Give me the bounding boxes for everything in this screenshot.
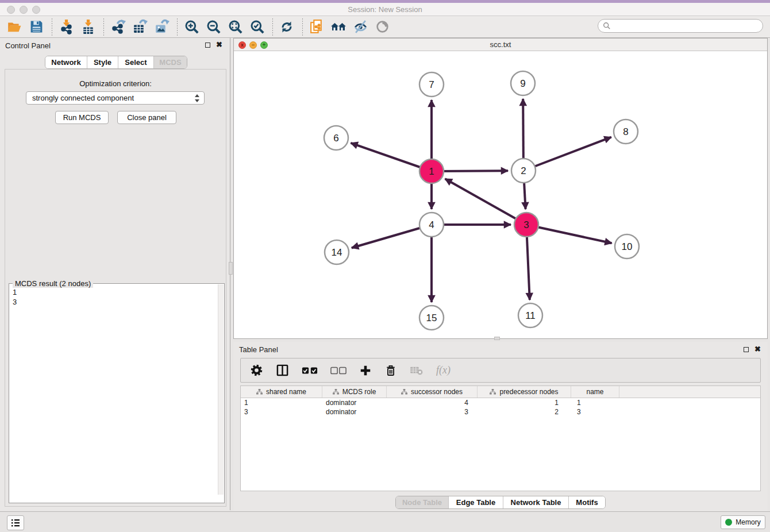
graph-node-label-8: 8 xyxy=(623,126,628,137)
delete-trash-icon[interactable] xyxy=(384,364,397,377)
graph-edge-2-8[interactable] xyxy=(523,137,611,171)
result-scrollbar[interactable] xyxy=(218,284,224,495)
criterion-select[interactable]: strongly connected component xyxy=(26,91,205,105)
main-toolbar xyxy=(0,16,770,38)
column-header-name[interactable]: name xyxy=(571,386,619,398)
open-file-icon[interactable] xyxy=(6,18,23,36)
table-header: shared name MCDS role successor nodes pr… xyxy=(241,386,760,398)
graph-node-label-11: 11 xyxy=(525,310,536,321)
graph-edge-1-6[interactable] xyxy=(351,143,432,171)
control-panel: Control Panel ✖ Network Style Select MCD… xyxy=(0,38,230,510)
tab-network[interactable]: Network xyxy=(45,56,87,68)
float-panel-icon[interactable] xyxy=(205,43,210,48)
task-history-button[interactable] xyxy=(7,515,24,530)
sort-hierarchy-icon xyxy=(333,389,339,395)
status-bar: Memory xyxy=(0,511,770,532)
export-image-icon[interactable] xyxy=(153,18,170,36)
table-row[interactable]: 1 dominator 4 1 1 xyxy=(241,398,760,407)
cell-shared-name: 3 xyxy=(241,408,322,416)
graph-edge-3-10[interactable] xyxy=(526,225,612,243)
toolbar-separator xyxy=(302,18,303,36)
tab-node-table[interactable]: Node Table xyxy=(396,496,449,508)
toolbar-separator xyxy=(52,18,52,36)
column-header-shared-name[interactable]: shared name xyxy=(241,386,322,398)
search-input[interactable] xyxy=(614,22,763,30)
graph-edge-3-1[interactable] xyxy=(445,179,526,225)
table-panel: Table Panel ✖ f(x) xyxy=(233,342,768,511)
deselect-all-icon[interactable] xyxy=(330,367,346,375)
tab-motifs[interactable]: Motifs xyxy=(569,496,605,508)
table-tabs: Node Table Edge Table Network Table Moti… xyxy=(395,496,606,509)
splitter-handle[interactable] xyxy=(494,337,500,340)
import-network-icon[interactable] xyxy=(57,18,75,36)
table-row[interactable]: 3 dominator 3 2 3 xyxy=(241,407,760,417)
show-eye-icon[interactable] xyxy=(374,18,391,36)
network-window-titlebar: x − + scc.txt xyxy=(234,38,767,51)
export-network-icon[interactable] xyxy=(109,18,126,36)
cell-shared-name: 1 xyxy=(241,399,322,407)
close-panel-button[interactable]: Close panel xyxy=(117,111,176,124)
tab-mcds[interactable]: MCDS xyxy=(154,56,187,68)
table-panel-title: Table Panel xyxy=(239,345,278,354)
network-view-window: x − + scc.txt 1234678910111415 xyxy=(233,38,768,339)
control-panel-title: Control Panel xyxy=(5,41,51,50)
zoom-selected-icon[interactable] xyxy=(248,18,265,36)
app-window: Session: New Session xyxy=(0,0,770,532)
cell-name: 1 xyxy=(571,399,619,407)
graph-node-label-4: 4 xyxy=(429,219,434,230)
export-table-icon[interactable] xyxy=(131,18,148,36)
cell-predecessor-nodes: 1 xyxy=(478,399,571,407)
table-settings-gear-icon[interactable] xyxy=(250,364,263,377)
add-row-plus-icon[interactable] xyxy=(359,364,372,377)
network-canvas[interactable]: 1234678910111415 xyxy=(234,51,767,338)
home-neighbors-icon[interactable] xyxy=(330,18,347,36)
save-session-icon[interactable] xyxy=(28,18,45,36)
splitter-handle[interactable] xyxy=(229,262,233,275)
graph-node-label-15: 15 xyxy=(426,313,437,323)
graph-node-label-3: 3 xyxy=(523,219,529,230)
sort-hierarchy-icon xyxy=(401,389,407,395)
close-panel-icon[interactable]: ✖ xyxy=(216,41,222,49)
window-title: Session: New Session xyxy=(0,5,770,14)
tab-style[interactable]: Style xyxy=(87,56,118,68)
tab-network-table[interactable]: Network Table xyxy=(503,496,569,508)
mcds-panel-content: Optimization criterion: strongly connect… xyxy=(5,69,226,507)
cell-mcds-role: dominator xyxy=(322,408,387,416)
tab-edge-table[interactable]: Edge Table xyxy=(449,496,503,508)
table-toolbar: f(x) xyxy=(240,358,761,383)
column-label: name xyxy=(586,388,603,396)
cell-name: 3 xyxy=(571,408,619,416)
select-spinner-icon xyxy=(195,94,200,103)
column-header-mcds-role[interactable]: MCDS role xyxy=(322,386,387,398)
memory-label: Memory xyxy=(736,518,760,526)
mcds-result-text: 1 3 xyxy=(13,287,17,307)
control-panel-tabs: Network Style Select MCDS xyxy=(45,56,187,69)
tab-select[interactable]: Select xyxy=(118,56,154,68)
zoom-in-icon[interactable] xyxy=(183,18,200,36)
optimization-criterion-label: Optimization criterion: xyxy=(5,79,226,88)
cell-successor-nodes: 3 xyxy=(387,408,478,416)
column-header-successor-nodes[interactable]: successor nodes xyxy=(387,386,478,398)
run-mcds-button[interactable]: Run MCDS xyxy=(55,111,109,124)
refresh-icon[interactable] xyxy=(278,18,295,36)
graph-node-label-6: 6 xyxy=(333,133,338,144)
clone-network-icon[interactable] xyxy=(308,18,325,36)
column-label: successor nodes xyxy=(411,388,463,396)
search-icon xyxy=(603,22,611,30)
memory-button[interactable]: Memory xyxy=(721,515,765,529)
import-table-icon[interactable] xyxy=(79,18,97,36)
toolbar-separator xyxy=(103,18,104,36)
column-header-predecessor-nodes[interactable]: predecessor nodes xyxy=(478,386,571,398)
close-table-panel-icon[interactable]: ✖ xyxy=(754,345,761,353)
network-view-title: scc.txt xyxy=(234,40,767,49)
show-columns-icon[interactable] xyxy=(276,364,289,377)
graph-node-label-7: 7 xyxy=(429,79,434,90)
graph-node-label-14: 14 xyxy=(332,247,342,258)
function-builder-icon: f(x) xyxy=(436,364,451,376)
zoom-out-icon[interactable] xyxy=(205,18,222,36)
select-all-icon[interactable] xyxy=(302,367,318,375)
hide-eye-icon[interactable] xyxy=(352,18,369,36)
float-table-panel-icon[interactable] xyxy=(744,347,749,352)
graph-node-label-2: 2 xyxy=(521,165,526,176)
zoom-fit-icon[interactable] xyxy=(226,18,244,36)
